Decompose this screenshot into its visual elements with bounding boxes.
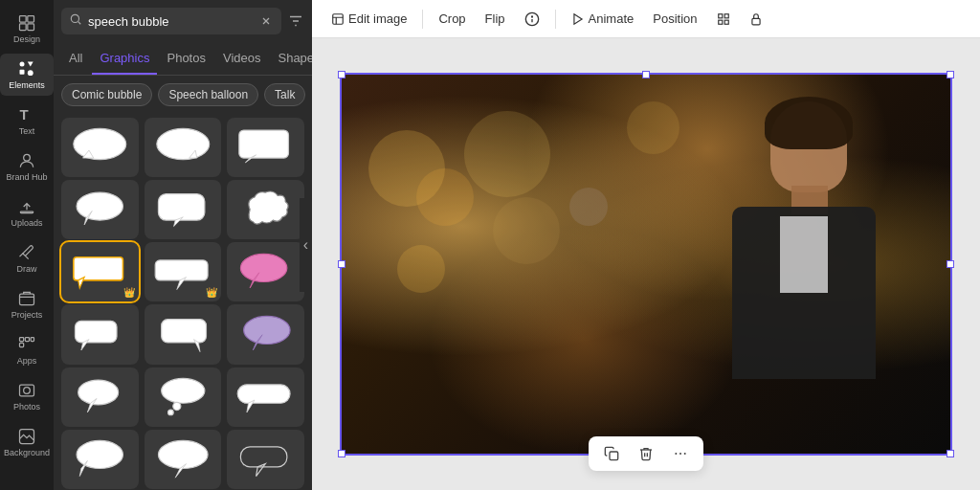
canvas-image[interactable]: [340, 73, 952, 456]
search-input[interactable]: [88, 14, 253, 29]
tab-all[interactable]: All: [61, 43, 90, 75]
lock-button[interactable]: [742, 9, 770, 30]
sidebar-item-design[interactable]: Design: [0, 8, 54, 50]
bubble-item-4[interactable]: [61, 180, 139, 239]
svg-point-57: [158, 440, 208, 468]
tab-graphics[interactable]: Graphics: [92, 43, 157, 75]
svg-rect-13: [25, 338, 29, 342]
flip-button[interactable]: Flip: [478, 8, 513, 30]
canvas-wrapper: [340, 73, 952, 456]
duplicate-button[interactable]: [596, 440, 627, 467]
crop-button[interactable]: Crop: [431, 8, 473, 30]
sidebar-item-elements[interactable]: Elements: [0, 54, 54, 96]
sidebar-item-text[interactable]: T Text: [0, 100, 54, 142]
bubble-item-5[interactable]: [145, 180, 222, 239]
svg-rect-42: [76, 321, 118, 343]
svg-rect-70: [751, 18, 759, 24]
svg-rect-44: [161, 319, 206, 342]
canvas-area: [312, 38, 980, 490]
svg-point-4: [20, 62, 25, 67]
svg-point-7: [28, 70, 33, 76]
position-button[interactable]: Position: [645, 8, 704, 30]
svg-point-26: [74, 129, 126, 160]
panel-expand-button[interactable]: ‹: [300, 198, 312, 292]
delete-button[interactable]: [631, 440, 661, 467]
bubble-item-13[interactable]: [61, 368, 139, 427]
right-area: Edit image Crop Flip Animate Position: [312, 0, 980, 490]
bubble-item-12[interactable]: [227, 304, 304, 364]
left-sidebar: Design Elements T Text Brand Hub Uploads…: [0, 0, 54, 490]
svg-point-40: [241, 254, 287, 281]
svg-rect-14: [31, 338, 33, 342]
svg-rect-71: [610, 452, 618, 460]
svg-rect-5: [20, 70, 25, 75]
svg-point-19: [71, 14, 78, 22]
animate-button[interactable]: Animate: [564, 8, 642, 30]
svg-line-20: [78, 22, 81, 25]
toolbar-divider-2: [555, 10, 556, 29]
tab-shapes[interactable]: Shapes: [270, 43, 312, 75]
bubble-item-11[interactable]: [145, 304, 222, 364]
svg-point-74: [684, 453, 686, 455]
sidebar-item-background[interactable]: Background: [0, 421, 54, 463]
svg-rect-10: [20, 212, 33, 213]
info-button[interactable]: [517, 8, 547, 31]
bubbles-grid: 👑 👑: [54, 114, 312, 490]
svg-point-52: [167, 410, 173, 415]
svg-rect-69: [724, 20, 728, 24]
svg-rect-30: [239, 130, 289, 158]
more-options-button[interactable]: [665, 440, 696, 467]
sidebar-item-photos[interactable]: Photos: [0, 375, 54, 417]
svg-rect-34: [158, 194, 204, 220]
svg-rect-16: [20, 385, 34, 396]
svg-point-48: [78, 380, 119, 405]
chip-speech-balloon[interactable]: Speech balloon: [158, 83, 258, 106]
bubble-item-7[interactable]: 👑: [61, 242, 139, 301]
svg-point-17: [24, 388, 31, 394]
mosaic-button[interactable]: [709, 9, 738, 30]
bubble-item-8[interactable]: 👑: [145, 242, 222, 301]
chip-comic-bubble[interactable]: Comic bubble: [61, 83, 152, 106]
bubble-item-18[interactable]: [227, 430, 304, 489]
sidebar-item-brand[interactable]: Brand Hub: [0, 145, 54, 188]
svg-point-72: [675, 453, 677, 455]
svg-marker-65: [573, 13, 581, 24]
edit-image-button[interactable]: Edit image: [323, 8, 414, 30]
svg-point-46: [244, 316, 290, 344]
bubble-item-10[interactable]: [61, 304, 139, 364]
tab-videos[interactable]: Videos: [215, 43, 269, 75]
bubble-item-6[interactable]: [227, 180, 304, 239]
bubble-item-3[interactable]: [227, 118, 304, 177]
svg-point-32: [77, 192, 122, 220]
search-tabs: All Graphics Photos Videos Shapes ›: [54, 42, 312, 76]
bubble-item-17[interactable]: [145, 430, 222, 489]
tab-photos[interactable]: Photos: [159, 43, 212, 75]
sidebar-item-uploads[interactable]: Uploads: [0, 191, 54, 234]
svg-point-50: [161, 378, 204, 403]
clear-search-button[interactable]: [258, 13, 274, 29]
bubble-item-1[interactable]: [61, 118, 139, 177]
crown-badge-7: 👑: [123, 287, 135, 298]
sidebar-item-projects[interactable]: Projects: [0, 283, 54, 325]
sidebar-item-draw[interactable]: Draw: [0, 237, 54, 279]
filter-button[interactable]: [287, 12, 304, 30]
bubble-item-2[interactable]: [145, 118, 222, 177]
search-input-wrapper: [61, 8, 281, 34]
bubble-item-9[interactable]: [227, 242, 304, 301]
svg-rect-61: [333, 13, 344, 24]
sidebar-item-apps[interactable]: Apps: [0, 329, 54, 371]
search-bar: [54, 0, 312, 42]
svg-rect-67: [724, 13, 728, 17]
bubble-item-15[interactable]: [227, 368, 304, 427]
svg-point-9: [24, 154, 31, 161]
svg-marker-60: [256, 464, 266, 477]
svg-rect-3: [28, 24, 34, 31]
crown-badge-8: 👑: [206, 287, 217, 298]
svg-rect-68: [718, 20, 722, 24]
chip-talk[interactable]: Talk: [264, 83, 305, 106]
bubble-item-16[interactable]: [61, 430, 139, 489]
svg-rect-12: [20, 338, 24, 342]
chips-row: Comic bubble Speech balloon Talk: [54, 76, 312, 114]
bubble-item-14[interactable]: [145, 368, 222, 427]
person-silhouette: [703, 92, 895, 456]
